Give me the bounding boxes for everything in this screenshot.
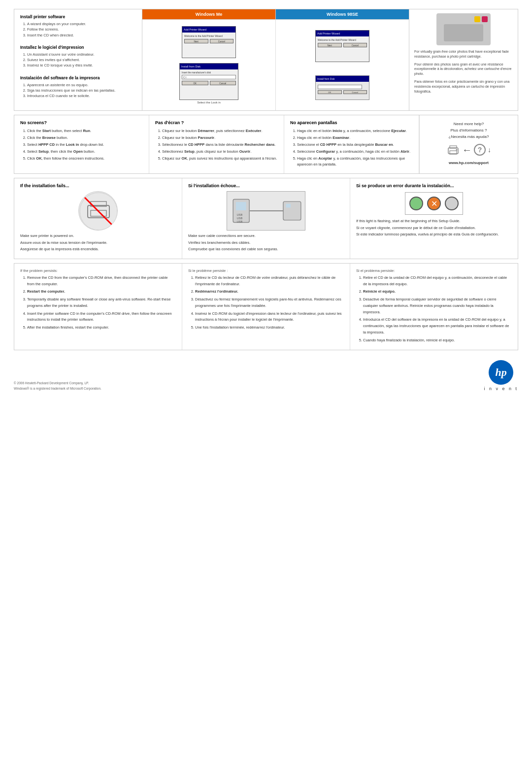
dialog-2-input[interactable]: C:\ [182, 75, 236, 79]
grey-light [445, 197, 459, 210]
dialog-1-titlebar: Add Printer Wizard [182, 27, 235, 33]
noscreens-fr-1: Cliquez sur le bouton Démarrer, puis sél… [162, 128, 278, 134]
printer-icon [446, 144, 460, 156]
fails-fr-text3: Compruebe que las conexiones del cable s… [188, 247, 344, 252]
dialog-3-cancel[interactable]: Cancel [343, 43, 367, 47]
svg-rect-10 [236, 202, 246, 210]
win-98-screens: Add Printer Wizard Welcome to the Add Pr… [276, 20, 409, 110]
noscreens-es-2: Haga clic en el botón Examinar. [297, 135, 413, 141]
install-fr-list: Un Assistant s'ouvre sur votre ordinateu… [20, 52, 136, 68]
green-light [409, 197, 423, 210]
fails-fr-title: Si l'installation échoue... [188, 183, 344, 188]
persist-en-1: Remove the CD from the computer's CD-ROM… [27, 275, 176, 288]
win-me-screens: Add Printer Wizard Welcome to the Add Pr… [142, 20, 276, 110]
printer-image [436, 13, 491, 45]
noscreens-fr-title: Pas d'écran ? [155, 120, 278, 125]
dialog-1-text: Welcome to the Add Printer Wizard [184, 34, 233, 37]
page: Install printer software A wizard displa… [0, 0, 532, 403]
dialog-3-titlebar: Add Printer Wizard [316, 31, 369, 36]
trademark: Windows® is a registered trademark of Mi… [14, 386, 101, 391]
fails-fr-text2: Vérifiez les branchements des câbles. [188, 240, 344, 246]
dialog-1-cancel[interactable]: Cancel [210, 39, 234, 43]
persist-en: If the problem persists: Remove the CD f… [14, 264, 182, 350]
install-fr-title: Installez le logiciel d'impression [20, 45, 136, 50]
dialog-1-buttons: Next Cancel [184, 39, 233, 43]
install-fr-step1: Un Assistant s'ouvre sur votre ordinateu… [27, 52, 136, 57]
color-dots [474, 16, 488, 22]
fails-en-text2: Assure-vous de la mise sous tension de l… [20, 240, 176, 246]
fails-fr-text1: Make sure cable connections are secure. [188, 233, 344, 239]
persist-en-5: After the installation finishes, restart… [27, 325, 176, 331]
help-url: www.hp.com/support [449, 161, 489, 165]
noscreens-es-4: Seleccione Configurar y, a continuación,… [297, 149, 413, 155]
persist-es: Si el problema persiste: Retire el CD de… [350, 264, 518, 350]
install-es-title: Instalación del software de la impresora [20, 75, 136, 80]
help-icons-row: ← ? ↓ [446, 144, 491, 156]
photo-text-en: For virtually grain-free color photos th… [414, 49, 513, 59]
install-es-step1: Aparecerá un asistente en su equipo. [27, 82, 136, 88]
noscreens-en-title: No screens? [20, 120, 143, 125]
screenshots-area: Add Printer Wizard Welcome to the Add Pr… [142, 20, 409, 110]
orange-light: ✕ [427, 197, 441, 210]
win-tab-bar: Windows Me Windows 98SE [142, 9, 409, 20]
dialog-2-titlebar: Install from Disk [180, 64, 238, 69]
magenta-dot [482, 16, 488, 22]
svg-text:USB: USB [237, 217, 243, 220]
fails-es-text3: Si este indicador luminoso parpadea, vue… [356, 232, 512, 237]
dialog-1-next[interactable]: Next [184, 39, 208, 43]
left-arrow-icon: ← [462, 144, 472, 156]
dialog-3: Add Printer Wizard Welcome to the Add Pr… [315, 30, 369, 62]
photo-print-info: For virtually grain-free color photos th… [409, 9, 518, 110]
fails-en-title: If the installation fails... [20, 183, 176, 188]
printer-off-circle [78, 191, 118, 231]
dialog-4-cancel[interactable]: Cancel [343, 90, 367, 94]
install-es-list: Aparecerá un asistente en su equipo. Sig… [20, 82, 136, 99]
install-es-step3: Introduzca el CD cuando se le solicite. [27, 93, 136, 99]
fails-es: Si se produce un error durante la instal… [350, 178, 518, 259]
persist-es-list: Retire el CD de la unidad de CD-ROM del … [356, 275, 512, 344]
photo-text-es: Para obtener fotos en color prácticament… [414, 79, 513, 94]
svg-point-3 [456, 149, 458, 151]
usb-cables-icon: USB USB USB [230, 195, 304, 227]
persist-en-3: Temporarily disable any software firewal… [27, 297, 176, 309]
noscreens-fr-5: Cliquez sur OK, puis suivez les instruct… [162, 156, 278, 162]
dialog-4-placeholder: Install from Disk OK Cancel [315, 75, 369, 100]
persist-fr-list: Retirez le CD du lecteur de CD-ROM de vo… [188, 275, 344, 331]
hp-invent-label: i n v e n t [484, 386, 518, 391]
dialog-2-cancel[interactable]: Cancel [210, 81, 236, 85]
copyright: © 2006 Hewlett-Packard Development Compa… [14, 381, 101, 386]
svg-text:USB: USB [237, 214, 243, 217]
down-arrow-icon: ↓ [488, 146, 491, 154]
dialog-4-ok[interactable]: OK [318, 90, 342, 94]
dialog-2-body: Insert the manufacturer's disk C:\ OK Ca… [180, 69, 238, 87]
noscreens-fr: Pas d'écran ? Cliquez sur le bouton Déma… [149, 115, 284, 173]
persist-en-2: Restart the computer. [27, 289, 176, 295]
svg-text:USB: USB [237, 220, 243, 223]
noscreens-en-1: Click the Start button, then select Run. [27, 128, 143, 134]
install-en-title: Install printer software [20, 14, 136, 19]
dialog-3-next[interactable]: Next [318, 43, 342, 47]
persist-es-2: Reinicie el equipo. [363, 289, 512, 295]
dialog-2-buttons: OK Cancel [182, 81, 236, 85]
help-line1: Need more help? [454, 122, 484, 126]
install-instructions: Install printer software A wizard displa… [14, 9, 142, 110]
persist-es-4: Introduzca el CD del software de la impr… [363, 317, 512, 335]
windows-98-tab: Windows 98SE [275, 9, 409, 19]
fails-section: If the installation fails... Make sure p… [14, 178, 518, 259]
dialog-4-input[interactable] [318, 85, 362, 89]
usb-cable-image: USB USB USB [227, 191, 305, 231]
persist-es-1: Retire el CD de la unidad de CD-ROM del … [363, 275, 512, 288]
persist-es-intro: Si el problema persiste: [356, 268, 512, 273]
noscreens-en-4: Select Setup, then click the Open button… [27, 149, 143, 155]
fails-fr: Si l'installation échoue... USB USB USB [182, 178, 350, 259]
noscreens-es-1: Haga clic en el botón Inicio y, a contin… [297, 128, 413, 134]
install-es: Instalación del software de la impresora… [20, 75, 136, 99]
select-look-in-label: Select the Look in [179, 101, 238, 104]
install-en-step3: Insert the CD when directed. [27, 33, 136, 38]
noscreens-es: No aparecen pantallas Haga clic en el bo… [284, 115, 419, 173]
top-section: Install printer software A wizard displa… [14, 9, 518, 111]
dialog-2-ok[interactable]: OK [182, 81, 208, 85]
install-es-step2: Siga las instrucciones que se indican en… [27, 88, 136, 93]
persist-es-5: Cuando haya finalizado la instalación, r… [363, 337, 512, 344]
photo-text-fr: Pour obtenir des photos sans grain et av… [414, 62, 513, 76]
